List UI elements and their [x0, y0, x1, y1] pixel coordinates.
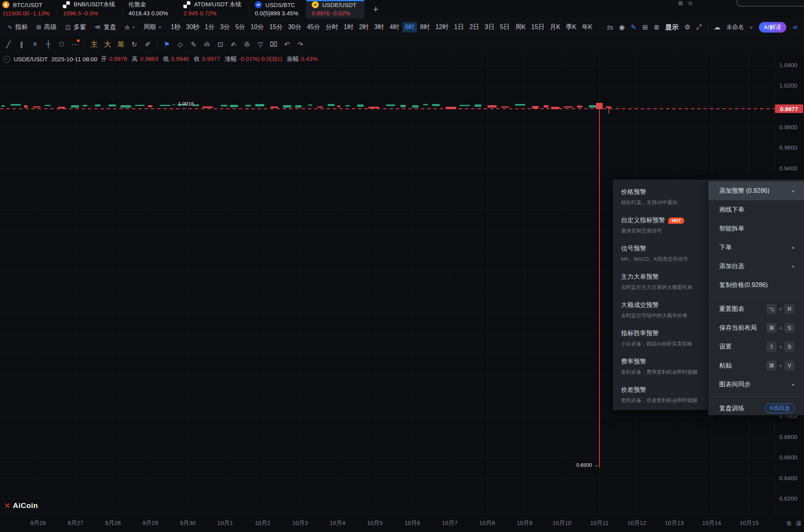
menu-item-reset-chart[interactable]: 重置图表⌥+R [708, 300, 804, 318]
toolbar-replay-button[interactable]: ≪复盘 [90, 23, 121, 31]
corner-tool-筹[interactable]: 筹 [786, 520, 792, 527]
list-icon[interactable]: ≣ [654, 23, 659, 31]
timeframe-12时[interactable]: 12时 [433, 22, 451, 33]
submenu-item-spread-alert[interactable]: 价差预警套利必备，价差套利机会即时提醒 [613, 382, 707, 410]
ticker-tab-usde-usdt[interactable]: ✦USDE/USDT0.9976 -0.02% [306, 0, 364, 18]
menu-item-add-watchlist[interactable]: 添加自选▸ [708, 257, 804, 276]
timeframe-3分[interactable]: 3分 [218, 22, 232, 33]
toolbar-multi-window-button[interactable]: ◫多窗 [61, 23, 90, 31]
layout-name[interactable]: 未命名 [726, 24, 744, 31]
timeframe-5分[interactable]: 5分 [233, 22, 247, 33]
gear-icon[interactable]: ⚙ [684, 23, 690, 31]
timeframe-3日[interactable]: 3日 [482, 22, 497, 33]
delete-icon[interactable]: ⌧ [267, 40, 280, 49]
submenu-item-large-trade-alert[interactable]: 大额成交预警实时监控市场中的大额市价单 [613, 297, 707, 325]
timeframe-3时[interactable]: 3时 [372, 22, 386, 33]
menu-item-settings[interactable]: 设置⇧+S [708, 337, 804, 356]
timeframe-15分[interactable]: 15分 [267, 22, 285, 33]
menu-item-smart-split-order[interactable]: 智能拆单 [708, 219, 804, 238]
ai-analyze-button[interactable]: AI解读 [759, 22, 786, 33]
menu-item-draw-line-order[interactable]: 画线下单 [708, 200, 804, 219]
timeframe-4时[interactable]: 4时 [387, 22, 402, 33]
timeframe-30秒[interactable]: 30秒 [184, 22, 202, 33]
menu-item-replay-training[interactable]: 复盘训练K线回放 [708, 399, 804, 418]
note-icon[interactable]: ✍ [227, 40, 240, 49]
timeframe-月K[interactable]: 月K [548, 22, 563, 33]
kline-replay-badge[interactable]: K线回放 [765, 404, 795, 413]
timeframe-6时[interactable]: 6时 [402, 22, 417, 33]
redo-icon[interactable]: ↷ [294, 40, 307, 49]
submenu-item-price-alert[interactable]: 价格预警轻松盯盘，支持APP通知 [613, 184, 707, 212]
corner-tool-爆[interactable]: 爆 [796, 520, 802, 527]
cross-line-icon[interactable]: ┼ [42, 40, 55, 48]
menu-item-paste[interactable]: 粘贴⌘+V [708, 356, 804, 375]
submenu-item-indicator-winrate-alert[interactable]: 指标胜率预警小白必备，跟踪AI自研买卖策略 [613, 325, 707, 353]
submenu-item-custom-indicator-alert[interactable]: 自定义指标预警HOT量身定制交易信号 [613, 212, 707, 240]
display-label[interactable]: 显示 [665, 23, 678, 32]
bookmark-icon[interactable]: ⚑ [160, 40, 174, 49]
timeframe-季K[interactable]: 季K [564, 22, 579, 33]
timeframe-45分[interactable]: 45分 [305, 22, 323, 33]
timeframe-30分[interactable]: 30分 [286, 22, 304, 33]
ticker-tab-london-gold[interactable]: 伦敦金4018.43 0.00% [123, 0, 178, 18]
add-tab-button[interactable]: + [371, 4, 381, 15]
trend-edit-icon[interactable]: ✐ [141, 40, 154, 49]
timeframe-分时[interactable]: 分时 [323, 22, 341, 33]
trend-line-icon[interactable]: ╱ [2, 40, 15, 49]
more-tools-icon[interactable]: ⋯ [68, 40, 82, 49]
screenshot-icon[interactable]: ◉ [619, 23, 625, 31]
timeframe-8时[interactable]: 8时 [418, 22, 432, 33]
timeframe-10分[interactable]: 10分 [248, 22, 266, 33]
timeframe-5日[interactable]: 5日 [497, 22, 512, 33]
large-view-icon[interactable]: 大 [101, 40, 114, 49]
filter-icon[interactable]: ▽ [254, 40, 267, 49]
undo-icon[interactable]: ↶ [280, 40, 294, 49]
parallel-channel-icon[interactable]: ∥ [15, 40, 28, 49]
menu-item-copy-price[interactable]: 复制价格(0.9286) [708, 276, 804, 294]
refresh-interval[interactable]: 2s [607, 24, 613, 31]
main-toolbar: ∿指标⊞高级◫多窗≪复盘ılı∨周期∨ 1秒30秒1分3分5分10分15分30分… [0, 18, 804, 36]
ticker-tab-btc-usdt[interactable]: ฿BTC/USDT111500.00 -1.13% [0, 0, 57, 18]
attach-icon[interactable]: ✇ [240, 40, 254, 49]
rectangle-icon[interactable]: □ [55, 40, 68, 48]
current-price-line [0, 108, 804, 109]
time-axis[interactable]: 9月269月279月289月299月3010月110月210月310月410月5… [0, 514, 804, 532]
menu-item-add-alert[interactable]: 添加预警 (0.9286)▸ [708, 181, 804, 200]
add-frame-icon[interactable]: ⊞ [642, 23, 648, 31]
lock-icon[interactable]: ⊡ [214, 40, 227, 49]
ticker-tab-usds-btc[interactable]: UPUSDS/BTC0.0{5}899 3.45% [249, 0, 306, 18]
share-icon[interactable]: ⋖ [792, 23, 798, 31]
menu-item-save-layout[interactable]: 保存当前布局⌘+S [708, 318, 804, 337]
submenu-item-signal-alert[interactable]: 信号预警MA、MACD、K线形态等信号 [613, 240, 707, 269]
submenu-item-funding-rate-alert[interactable]: 费率预警套利必备，费率套利机会即时提醒 [613, 353, 707, 382]
toolbar-advanced-button[interactable]: ⊞高级 [32, 23, 61, 31]
timeframe-年K[interactable]: 年K [579, 22, 595, 33]
horizontal-lines-icon[interactable]: ≡ [28, 40, 42, 48]
chips-icon[interactable]: 筹 [114, 40, 128, 49]
timeframe-1时[interactable]: 1时 [342, 22, 356, 33]
toolbar-period-button[interactable]: 周期∨ [139, 23, 166, 31]
measure-icon[interactable]: ◇ [174, 40, 187, 49]
menu-item-chart-sync[interactable]: 图表间同步▸ [708, 375, 804, 394]
ticker-tab-bnb-usdt-perp[interactable]: BNB/USDT永续1096.5 -0.5% [57, 0, 123, 18]
toolbar-candle-style-button[interactable]: ılı∨ [121, 24, 139, 31]
submenu-item-whale-order-alert[interactable]: 主力大单预警实时监控主力庄家的大额委托单 [613, 269, 707, 297]
timeframe-2时[interactable]: 2时 [356, 22, 371, 33]
ticker-tab-atom-usdt-perp[interactable]: ATOM/USDT 永续2.945 0.72% [178, 0, 249, 18]
timeframe-1日[interactable]: 1日 [452, 22, 466, 33]
timeframe-1分[interactable]: 1分 [203, 22, 217, 33]
candle-adjust-icon[interactable]: ıIı [200, 40, 214, 48]
timeframe-1秒[interactable]: 1秒 [168, 22, 183, 33]
menu-item-place-order[interactable]: 下单▸ [708, 238, 804, 257]
timeframe-周K[interactable]: 周K [513, 22, 528, 33]
draw-icon[interactable]: ✎ [631, 23, 636, 31]
auto-refresh-draw-icon[interactable]: ↻ [128, 40, 141, 49]
toolbar-indicators-button[interactable]: ∿指标 [3, 23, 32, 31]
symbol-status-icon[interactable]: ✓ [3, 56, 10, 63]
main-chart-icon[interactable]: 主 [88, 40, 101, 49]
timeframe-15日[interactable]: 15日 [529, 22, 547, 33]
timeframe-2日[interactable]: 2日 [467, 22, 482, 33]
fullscreen-icon[interactable]: ⤢ [696, 23, 702, 31]
chevron-down-icon[interactable]: ∨ [749, 25, 753, 29]
brush-icon[interactable]: ✎ [187, 40, 200, 49]
